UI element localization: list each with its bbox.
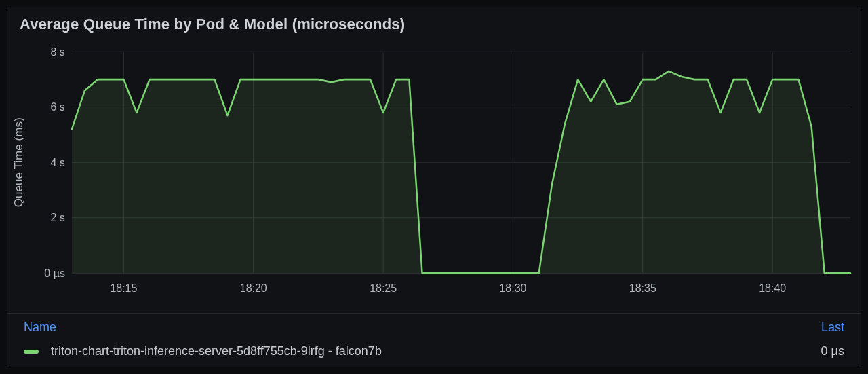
chart-area[interactable]: 0 µs2 s4 s6 s8 s 18:1518:2018:2518:3018:…: [7, 37, 861, 313]
series-area: [72, 71, 850, 273]
y-tick-label: 2 s: [51, 211, 65, 225]
x-tick-label: 18:35: [629, 282, 656, 295]
panel-title: Average Queue Time by Pod & Model (micro…: [20, 16, 405, 33]
legend-series-name: triton-chart-triton-inference-server-5d8…: [51, 344, 382, 358]
legend-header-last[interactable]: Last: [821, 320, 844, 335]
panel: Average Queue Time by Pod & Model (micro…: [7, 7, 861, 367]
legend-header[interactable]: Name Last: [7, 313, 861, 339]
x-tick-label: 18:20: [240, 282, 267, 295]
legend-row[interactable]: triton-chart-triton-inference-server-5d8…: [7, 339, 861, 367]
legend-series-last: 0 μs: [821, 344, 844, 358]
y-tick-label: 6 s: [51, 100, 65, 114]
x-tick-label: 18:40: [759, 282, 786, 295]
panel-frame: Average Queue Time by Pod & Model (micro…: [0, 0, 868, 374]
panel-header: Average Queue Time by Pod & Model (micro…: [7, 7, 861, 37]
legend-header-name[interactable]: Name: [24, 320, 56, 335]
x-tick-label: 18:25: [370, 282, 397, 295]
y-axis-label: Queue Time (ms): [12, 117, 24, 207]
y-tick-label: 0 µs: [44, 266, 64, 280]
y-tick-label: 8 s: [51, 45, 65, 58]
x-tick-label: 18:30: [500, 282, 527, 295]
x-tick-label: 18:15: [110, 282, 137, 295]
legend-swatch: [24, 350, 39, 354]
y-tick-label: 4 s: [51, 155, 65, 169]
legend-row-left: triton-chart-triton-inference-server-5d8…: [24, 344, 382, 358]
chart-svg: 0 µs2 s4 s6 s8 s 18:1518:2018:2518:3018:…: [7, 37, 861, 313]
